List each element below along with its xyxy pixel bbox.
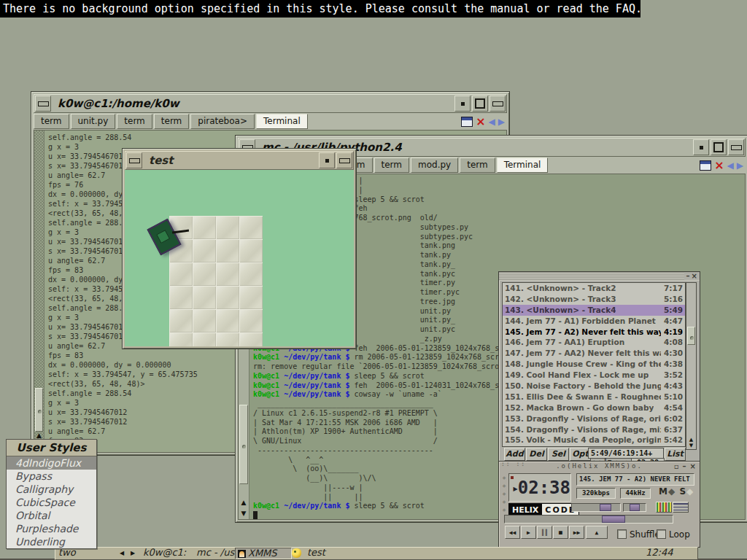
close-icon[interactable]: × <box>692 273 697 280</box>
workspace-label[interactable]: two <box>58 548 76 558</box>
menu-item-Underling[interactable]: Underling <box>7 535 96 548</box>
playlist-toggle-button[interactable] <box>673 502 689 513</box>
del-button[interactable]: Del <box>526 448 547 461</box>
shade-icon[interactable]: – <box>686 273 690 280</box>
seek-handle[interactable] <box>602 516 625 523</box>
menu-item-Orbital[interactable]: Orbital <box>7 509 96 522</box>
play-button[interactable]: ▶ <box>521 526 536 539</box>
scroll-up-icon[interactable]: ▲ <box>239 498 249 508</box>
titlebar[interactable]: k0w@c1:/home/k0w <box>34 94 507 113</box>
playlist-row[interactable]: 154. Dragonfly - Visions of Rage, mix '9… <box>503 424 685 435</box>
playlist-row[interactable]: 153. Dragonfly - Visions of Rage, origin… <box>503 413 685 424</box>
next-button[interactable]: ▶▶ <box>569 526 584 539</box>
playlist-row[interactable]: 150. Noise Factory - Behold the Jungle, … <box>503 381 685 392</box>
sel-button[interactable]: Sel <box>548 448 569 461</box>
shade-icon[interactable]: ▫ <box>674 462 681 471</box>
menu-item-Bypass[interactable]: Bypass <box>7 470 96 483</box>
tab-mod.py[interactable]: mod.py <box>411 158 458 173</box>
shade-button[interactable] <box>728 139 744 155</box>
tab-term[interactable]: term <box>34 114 69 129</box>
volume-handle[interactable] <box>600 504 611 511</box>
minimize-icon[interactable]: – <box>683 462 688 471</box>
iconify-button[interactable] <box>454 96 471 112</box>
loop-toggle[interactable]: Loop <box>657 526 690 540</box>
add-button[interactable]: Add <box>504 448 525 461</box>
playlist-row[interactable]: 149. Cool Hand Flex - Lock me up3:52 <box>503 370 685 381</box>
tab-Terminal[interactable]: Terminal <box>497 158 549 173</box>
pager-left-icon[interactable]: ◀ <box>120 548 124 559</box>
new-terminal-icon[interactable] <box>461 117 473 127</box>
window-game-test: test <box>122 148 357 349</box>
scrollbar[interactable]: ▲ ▼ <box>34 131 44 452</box>
menu-item-4dIndigoFlux[interactable]: 4dIndigoFlux <box>7 456 96 470</box>
playlist-row[interactable]: 155. Volk - Music 4 da People, original … <box>503 435 685 446</box>
eject-button[interactable]: ▲ <box>586 526 608 539</box>
taskbar-item-xmms[interactable]: XMMS <box>235 548 292 559</box>
prev-tab-icon[interactable]: ◀ <box>489 117 495 127</box>
playlist-tracks[interactable]: 141. <Unknown> - Track27:17142. <Unknown… <box>502 282 686 447</box>
xmms-titlebar[interactable]: :: :: .o(Helix XMMS)o. ▫ – × <box>499 462 700 471</box>
close-icon[interactable]: × <box>690 462 697 471</box>
playlist-titlebar[interactable]: – × <box>499 272 700 281</box>
playlist-row[interactable]: 152. Macka Brown - Go down baby4:54 <box>503 402 685 413</box>
tab-term[interactable]: term <box>154 114 190 129</box>
playlist-scrollbar[interactable]: ▲ ▼ <box>686 282 697 450</box>
menu-item-CubicSpace[interactable]: CubicSpace <box>7 496 96 509</box>
scrollbar-thumb[interactable] <box>35 388 43 432</box>
shade-button[interactable] <box>489 96 506 112</box>
tab-Terminal[interactable]: Terminal <box>256 114 308 129</box>
shade-button[interactable] <box>336 152 352 168</box>
shuffle-checkbox[interactable] <box>617 529 627 539</box>
maximize-button[interactable] <box>472 96 488 112</box>
playlist-row[interactable]: 142. <Unknown> - Track35:16 <box>503 294 685 305</box>
taskbar-item-terminal-home[interactable]: k0w@c1: <box>143 548 186 558</box>
seek-slider[interactable] <box>504 515 673 524</box>
equalizer-button[interactable] <box>656 502 672 513</box>
scroll-down-icon[interactable]: ▼ <box>686 443 696 448</box>
iconify-button[interactable] <box>693 139 709 155</box>
tab-term[interactable]: term <box>460 158 495 173</box>
stop-button[interactable]: ■ <box>553 526 568 539</box>
tab-pirateboa>[interactable]: pirateboa> <box>190 114 255 129</box>
close-tab-icon[interactable]: × <box>476 116 485 128</box>
prev-tab-icon[interactable]: ◀ <box>727 160 734 171</box>
tab-term[interactable]: term <box>374 158 410 173</box>
scroll-down-icon[interactable]: ▼ <box>239 509 249 518</box>
titlebar[interactable]: test <box>125 151 354 170</box>
playlist-row[interactable]: 144. Jem 77 - A1) Forbidden Planet4:47 <box>503 316 685 327</box>
playlist-row[interactable]: 145. Jem 77 - A2) Never felt this way be… <box>503 327 685 338</box>
playlist-row[interactable]: 151. Ellis Dee & Swann E - Roughneck Bu.… <box>503 392 685 402</box>
taskbar-item-terminal-mc[interactable]: mc - /usr <box>196 548 239 558</box>
playlist-row[interactable]: 143. <Unknown> - Track45:49 <box>503 305 685 316</box>
balance-slider[interactable] <box>623 503 646 512</box>
list-button[interactable]: List <box>665 448 686 461</box>
tab-term[interactable]: term <box>117 114 152 129</box>
menu-item-Purpleshade[interactable]: Purpleshade <box>7 522 96 535</box>
playlist-row[interactable]: 141. <Unknown> - Track27:17 <box>503 283 685 294</box>
balance-handle[interactable] <box>630 504 640 511</box>
playlist-row[interactable]: 147. Jem 77 - AA2) Never felt this way b… <box>503 348 685 359</box>
loop-checkbox[interactable] <box>657 529 666 539</box>
next-tab-icon[interactable]: ▶ <box>498 117 505 127</box>
taskbar-item-test[interactable]: test <box>307 548 325 558</box>
volume-slider[interactable] <box>571 503 621 512</box>
scroll-up-icon[interactable]: ▲ <box>686 437 696 443</box>
menu-item-Calligraphy[interactable]: Calligraphy <box>7 483 96 496</box>
next-tab-icon[interactable]: ▶ <box>737 160 743 171</box>
tab-unit.py[interactable]: unit.py <box>71 114 116 129</box>
iconify-button[interactable] <box>319 152 335 168</box>
window-menu-button[interactable] <box>126 152 142 168</box>
window-menu-button[interactable] <box>35 96 51 112</box>
shuffle-toggle[interactable]: Shuffle <box>617 526 660 540</box>
track-title-marquee[interactable]: 145. JEM 77 - A2) NEVER FELT TH <box>576 473 694 486</box>
maximize-button[interactable] <box>711 139 727 155</box>
scrollbar-thumb[interactable] <box>687 327 695 345</box>
pager-right-icon[interactable]: ▶ <box>131 548 135 559</box>
previous-button[interactable]: ◀◀ <box>505 526 520 539</box>
pause-button[interactable]: ║║ <box>537 526 552 539</box>
new-terminal-icon[interactable] <box>700 160 711 171</box>
close-tab-icon[interactable]: × <box>714 160 724 171</box>
playlist-row[interactable]: 146. Jem 77 - AA1) Eruption4:08 <box>503 337 685 348</box>
scrollbar-thumb[interactable] <box>239 405 248 484</box>
playlist-row[interactable]: 148. Jungle House Crew - King of the Jun… <box>503 359 685 370</box>
